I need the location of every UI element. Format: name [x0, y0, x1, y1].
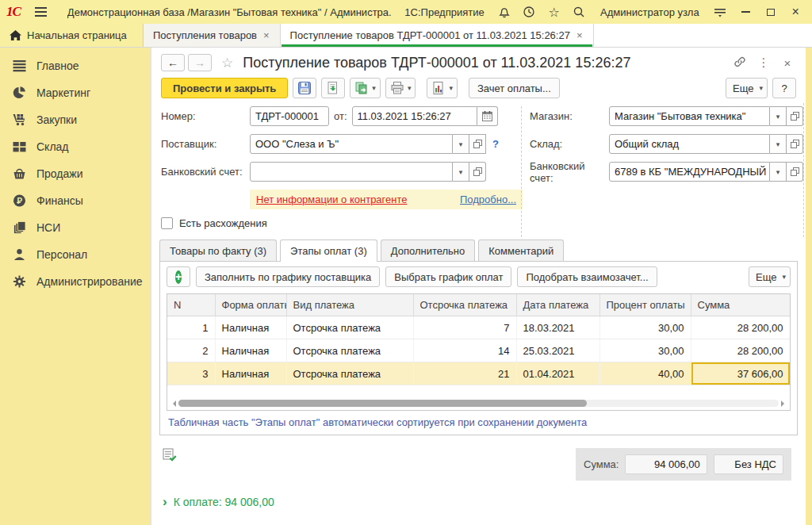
tab-payment-stages[interactable]: Этапы оплат (3) [280, 240, 377, 262]
tab-additional[interactable]: Дополнительно [381, 240, 476, 262]
tab-receipt-document[interactable]: Поступление товаров ТДРТ-000001 от 11.03… [281, 24, 594, 47]
bank-account-input[interactable] [250, 162, 453, 182]
cell-deferral[interactable]: 7 [413, 316, 516, 339]
cell-payment-form[interactable]: Наличная [215, 316, 286, 339]
sidebar-item-finance[interactable]: Р Финансы [0, 187, 151, 214]
back-button[interactable]: ← [161, 54, 185, 71]
store-input[interactable]: Магазин "Бытовая техника" [609, 106, 770, 126]
sidebar-item-sales[interactable]: Продажи [0, 160, 151, 187]
main-menu-burger-icon[interactable] [30, 4, 52, 20]
horizontal-scrollbar[interactable] [167, 398, 790, 408]
select-offset-button[interactable]: Подобрать взаимозачет... [517, 266, 657, 287]
warehouse-input[interactable]: Общий склад [609, 134, 770, 154]
tab-close-icon[interactable]: × [262, 29, 270, 41]
cell-n[interactable]: 2 [167, 339, 215, 362]
calendar-button[interactable] [477, 106, 498, 126]
cell-payment-kind[interactable]: Отсрочка платежа [286, 362, 413, 385]
cell-payment-date[interactable]: 01.04.2021 [516, 362, 599, 385]
table-row-selected[interactable]: 3 Наличная Отсрочка платежа 21 01.04.202… [167, 362, 790, 385]
col-n[interactable]: N [167, 294, 215, 316]
close-document-button[interactable]: × [779, 56, 796, 70]
sidebar-item-personnel[interactable]: Персонал [0, 241, 151, 268]
bank2-dropdown-button[interactable]: ▾ [770, 162, 787, 182]
sidebar-item-master-data[interactable]: НСИ [0, 214, 151, 241]
cell-payment-date[interactable]: 25.03.2021 [516, 339, 599, 362]
to-pay-link[interactable]: › К оплате: 94 006,00 [151, 481, 806, 508]
tab-close-icon[interactable]: × [576, 29, 584, 41]
forward-button[interactable]: → [188, 54, 212, 71]
store-open-button[interactable] [787, 106, 803, 126]
cell-percent[interactable]: 40,00 [599, 362, 691, 385]
more-actions-button[interactable]: Еще ▾ [726, 78, 768, 98]
current-user-label[interactable]: Администратор узла [600, 6, 699, 18]
bank-dropdown-button[interactable]: ▾ [453, 162, 469, 182]
cell-deferral[interactable]: 21 [413, 362, 516, 385]
col-payment-percent[interactable]: Процент оплаты [599, 294, 691, 316]
discrepancy-checkbox[interactable] [161, 217, 173, 229]
warehouse-dropdown-button[interactable]: ▾ [770, 134, 787, 154]
table-row[interactable]: 1 Наличная Отсрочка платежа 7 18.03.2021… [167, 316, 790, 339]
reports-button[interactable]: ▾ [427, 78, 458, 98]
no-counterparty-info-link[interactable]: Нет информации о контрагенте [256, 194, 408, 205]
vat-value[interactable]: Без НДС [714, 454, 783, 474]
cell-sum[interactable]: 28 200,00 [691, 316, 790, 339]
cell-payment-form[interactable]: Наличная [215, 339, 286, 362]
col-payment-kind[interactable]: Вид платежа [286, 294, 413, 316]
save-button[interactable] [293, 78, 316, 98]
sidebar-item-main[interactable]: Главное [0, 52, 151, 79]
col-payment-date[interactable]: Дата платежа [516, 294, 599, 316]
supplier-dropdown-button[interactable]: ▾ [453, 134, 469, 154]
tab-receipts-list[interactable]: Поступления товаров × [144, 24, 281, 47]
cell-percent[interactable]: 30,00 [599, 316, 691, 339]
get-link-icon[interactable] [731, 56, 749, 71]
favorites-star-icon[interactable]: ☆ [544, 3, 565, 21]
cell-payment-kind[interactable]: Отсрочка платежа [286, 316, 413, 339]
tab-home[interactable]: Начальная страница [0, 24, 144, 47]
notifications-bell-icon[interactable] [494, 3, 515, 21]
close-window-button[interactable]: × [785, 3, 806, 21]
cell-n[interactable]: 3 [167, 362, 215, 385]
grid-more-button[interactable]: Еще ▾ [749, 266, 791, 287]
sidebar-item-marketing[interactable]: Маркетинг [0, 79, 151, 106]
col-deferral[interactable]: Отсрочка платежа [413, 294, 516, 316]
date-input[interactable]: 11.03.2021 15:26:27 [352, 106, 477, 126]
scrollbar-track[interactable] [178, 400, 779, 407]
doc-check-icon[interactable] [163, 448, 177, 464]
search-icon[interactable] [569, 3, 590, 21]
supplier-input[interactable]: ООО "Слеза и Ъ" [250, 134, 453, 154]
sidebar-item-warehouse[interactable]: Склад [0, 133, 151, 160]
create-based-on-button[interactable]: ▾ [350, 78, 381, 98]
cell-percent[interactable]: 30,00 [599, 339, 691, 362]
sidebar-item-purchasing[interactable]: Закупки [0, 106, 151, 133]
more-menu-icon[interactable]: ⋮ [755, 56, 772, 70]
col-payment-form[interactable]: Форма оплаты [215, 294, 286, 316]
fill-by-supplier-schedule-button[interactable]: Заполнить по графику поставщика [196, 266, 380, 287]
post-and-close-button[interactable]: Провести и закрыть [161, 78, 288, 98]
supplier-help-icon[interactable]: ? [492, 138, 499, 150]
details-link[interactable]: Подробно... [460, 194, 516, 205]
scroll-right-arrow[interactable] [781, 400, 787, 407]
add-row-button[interactable]: + [167, 266, 190, 287]
scroll-left-arrow[interactable] [170, 400, 176, 407]
add-favorite-star-icon[interactable]: ☆ [221, 55, 233, 71]
tab-goods-by-fact[interactable]: Товары по факту (3) [159, 240, 277, 262]
choose-payment-schedule-button[interactable]: Выбрать график оплат [385, 266, 511, 287]
cell-sum[interactable]: 28 200,00 [691, 339, 790, 362]
bank2-open-button[interactable] [787, 162, 803, 182]
service-menu-icon[interactable] [710, 3, 731, 21]
history-icon[interactable] [519, 3, 539, 21]
cell-payment-kind[interactable]: Отсрочка платежа [286, 339, 413, 362]
offset-payment-button[interactable]: Зачет оплаты... [469, 78, 560, 98]
help-button[interactable]: ? [772, 78, 796, 98]
maximize-button[interactable] [760, 3, 781, 21]
cell-sum-focused[interactable]: 37 606,00 [691, 362, 790, 385]
number-input[interactable]: ТДРТ-000001 [250, 106, 329, 126]
scrollbar-thumb[interactable] [178, 400, 587, 407]
bank-open-button[interactable] [469, 162, 486, 182]
warehouse-open-button[interactable] [787, 134, 803, 154]
supplier-open-button[interactable] [469, 134, 486, 154]
print-button[interactable]: ▾ [385, 78, 416, 98]
col-sum[interactable]: Сумма [691, 294, 790, 316]
cell-payment-date[interactable]: 18.03.2021 [516, 316, 599, 339]
cell-n[interactable]: 1 [167, 316, 215, 339]
